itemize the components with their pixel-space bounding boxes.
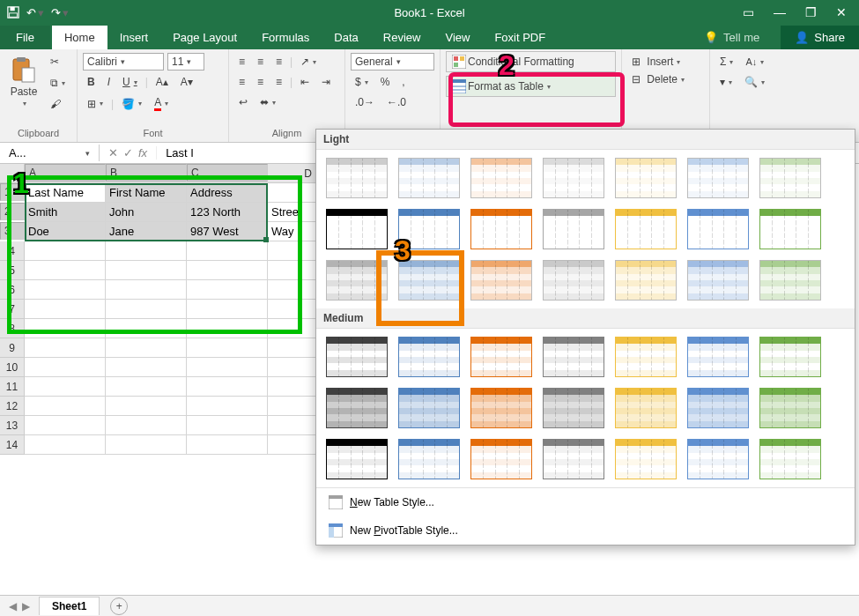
- maximize-button[interactable]: ❐: [805, 5, 817, 19]
- cell[interactable]: [25, 358, 106, 377]
- table-style-swatch[interactable]: [540, 155, 607, 201]
- table-style-swatch[interactable]: [468, 206, 535, 252]
- conditional-formatting-button[interactable]: Conditional Formatting: [446, 51, 616, 72]
- align-left-button[interactable]: ≡: [234, 73, 249, 91]
- save-icon[interactable]: [7, 6, 19, 19]
- cell[interactable]: [187, 280, 268, 300]
- table-style-swatch[interactable]: [685, 155, 752, 201]
- undo-button[interactable]: ↶▾: [26, 6, 44, 19]
- row-header[interactable]: 10: [0, 358, 25, 377]
- cell[interactable]: [106, 338, 187, 358]
- paste-button[interactable]: Paste ▾: [5, 53, 42, 113]
- ribbon-options-icon[interactable]: ▭: [743, 5, 754, 19]
- cell[interactable]: [106, 241, 187, 261]
- cell[interactable]: [106, 261, 187, 280]
- delete-cells-button[interactable]: ⊟ Delete▾: [627, 71, 704, 88]
- table-style-swatch[interactable]: [540, 334, 607, 380]
- cell[interactable]: 987 West: [187, 222, 268, 241]
- cell[interactable]: 123 North: [187, 203, 268, 222]
- cell[interactable]: [187, 358, 268, 377]
- font-color-button[interactable]: A▾: [150, 93, 173, 114]
- sheet-next-icon[interactable]: ▶: [22, 600, 30, 612]
- table-style-swatch[interactable]: [757, 436, 824, 482]
- underline-button[interactable]: U▾: [118, 73, 142, 91]
- table-style-swatch[interactable]: [468, 436, 535, 482]
- table-style-swatch[interactable]: [323, 334, 390, 380]
- table-style-swatch[interactable]: [612, 257, 679, 303]
- cell[interactable]: [25, 241, 106, 261]
- shrink-font-button[interactable]: A▾: [176, 73, 197, 91]
- table-style-swatch[interactable]: [540, 257, 607, 303]
- align-bottom-button[interactable]: ≡: [271, 53, 286, 71]
- table-style-swatch[interactable]: [612, 206, 679, 252]
- table-style-swatch[interactable]: [612, 334, 679, 380]
- cell[interactable]: First Name: [106, 183, 187, 203]
- new-pivot-table-style[interactable]: New PivotTable Style...: [316, 516, 855, 545]
- cell[interactable]: [25, 300, 106, 319]
- table-style-swatch[interactable]: [685, 436, 752, 482]
- table-style-swatch[interactable]: [685, 385, 752, 431]
- tab-insert[interactable]: Insert: [107, 26, 161, 49]
- copy-button[interactable]: ⧉▾: [46, 74, 70, 92]
- tab-data[interactable]: Data: [322, 26, 370, 49]
- cell[interactable]: [106, 435, 187, 455]
- cell[interactable]: [106, 280, 187, 300]
- tell-me[interactable]: 💡 Tell me: [693, 26, 770, 49]
- row-header[interactable]: 8: [0, 319, 25, 338]
- italic-button[interactable]: I: [103, 73, 115, 91]
- row-header[interactable]: 11: [0, 377, 25, 397]
- align-top-button[interactable]: ≡: [234, 53, 249, 71]
- cell[interactable]: [25, 435, 106, 455]
- row-header[interactable]: 13: [0, 416, 25, 435]
- cell[interactable]: [25, 338, 106, 358]
- row-header[interactable]: 5: [0, 261, 25, 280]
- row-header[interactable]: 3: [0, 222, 25, 240]
- cell[interactable]: [25, 319, 106, 338]
- cell[interactable]: [187, 241, 268, 261]
- comma-button[interactable]: ,: [397, 73, 409, 91]
- fill-button[interactable]: ▾▾: [715, 73, 737, 91]
- tab-formulas[interactable]: Formulas: [249, 26, 322, 49]
- increase-decimal-button[interactable]: .0→: [351, 93, 379, 111]
- cell[interactable]: [187, 261, 268, 280]
- fill-color-button[interactable]: 🪣▾: [117, 95, 146, 113]
- align-middle-button[interactable]: ≡: [253, 53, 268, 71]
- cell[interactable]: [187, 300, 268, 319]
- wrap-text-button[interactable]: ↩: [234, 93, 252, 111]
- table-style-swatch[interactable]: [323, 257, 390, 303]
- cell[interactable]: [25, 377, 106, 397]
- table-style-swatch[interactable]: [396, 385, 463, 431]
- find-select-button[interactable]: 🔍▾: [740, 73, 769, 91]
- table-style-swatch[interactable]: [396, 436, 463, 482]
- fx-icon[interactable]: fx: [138, 146, 147, 160]
- cell[interactable]: Doe: [25, 222, 106, 241]
- cell[interactable]: [187, 338, 268, 358]
- table-style-swatch[interactable]: [540, 206, 607, 252]
- enter-formula-icon[interactable]: ✓: [123, 146, 133, 160]
- table-style-swatch[interactable]: [685, 206, 752, 252]
- table-style-swatch[interactable]: [540, 436, 607, 482]
- table-style-swatch[interactable]: [468, 385, 535, 431]
- cell[interactable]: [25, 397, 106, 416]
- table-style-swatch[interactable]: [468, 334, 535, 380]
- table-style-swatch[interactable]: [468, 155, 535, 201]
- bold-button[interactable]: B: [83, 73, 100, 91]
- cell[interactable]: Smith: [25, 203, 106, 222]
- new-sheet-button[interactable]: +: [110, 597, 128, 615]
- table-style-swatch[interactable]: [396, 334, 463, 380]
- increase-indent-button[interactable]: ⇥: [317, 73, 335, 91]
- cell[interactable]: Address: [187, 183, 268, 203]
- sheet-tab-sheet1[interactable]: Sheet1: [39, 597, 100, 615]
- table-style-swatch[interactable]: [612, 436, 679, 482]
- percent-button[interactable]: %: [376, 73, 395, 91]
- tab-home[interactable]: Home: [52, 26, 107, 49]
- table-style-swatch[interactable]: [468, 257, 535, 303]
- autosum-button[interactable]: Σ▾: [715, 53, 737, 71]
- column-header[interactable]: B: [106, 164, 187, 182]
- cell[interactable]: Jane: [106, 222, 187, 241]
- row-header[interactable]: 14: [0, 435, 25, 455]
- table-style-swatch[interactable]: [757, 206, 824, 252]
- cell[interactable]: Last Name: [25, 183, 106, 203]
- decrease-indent-button[interactable]: ⇤: [296, 73, 314, 91]
- name-box[interactable]: A...▾: [0, 145, 100, 161]
